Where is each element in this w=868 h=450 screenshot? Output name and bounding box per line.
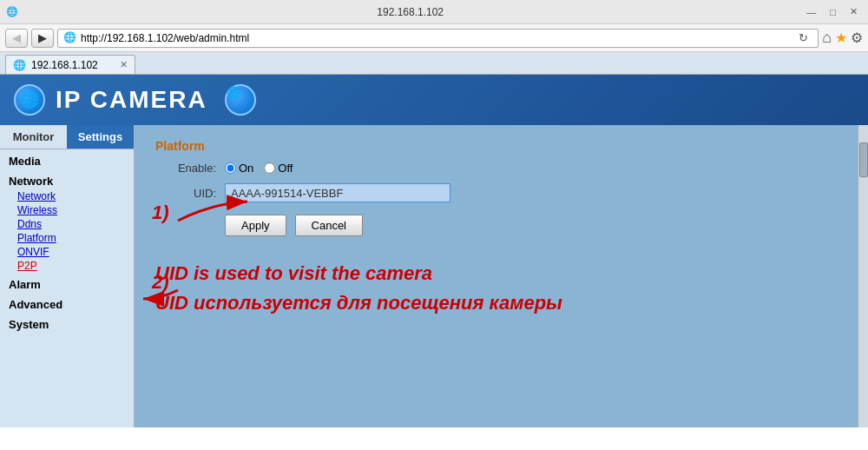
sidebar-link-network[interactable]: Network — [0, 189, 134, 203]
sidebar-item-advanced[interactable]: Advanced — [0, 293, 134, 313]
window-controls: — □ ✕ — [803, 6, 861, 17]
cancel-button[interactable]: Cancel — [295, 215, 363, 236]
settings-icon[interactable]: ⚙ — [851, 30, 863, 46]
tab-settings-label: Settings — [78, 130, 122, 143]
app-title: IP CAMERA — [56, 86, 207, 114]
tab-favicon: 🌐 — [13, 59, 26, 71]
forward-button[interactable]: ▶ — [31, 29, 54, 48]
sidebar-item-media[interactable]: Media — [0, 149, 134, 169]
window-title: 192.168.1.102 — [17, 6, 803, 18]
tab-title: 192.168.1.102 — [31, 59, 98, 71]
radio-on-input[interactable] — [225, 162, 236, 174]
enable-radio-group: On Off — [225, 162, 293, 175]
title-bar: 🌐 192.168.1.102 — □ ✕ — [0, 0, 868, 24]
minimize-button[interactable]: — — [803, 7, 819, 17]
radio-off-input[interactable] — [264, 162, 275, 174]
enable-row: Enable: On Off — [155, 162, 847, 175]
address-input[interactable] — [81, 32, 793, 44]
uid-row: UID: — [155, 183, 847, 202]
tab-monitor-label: Monitor — [13, 130, 55, 143]
title-bar-left: 🌐 — [7, 7, 17, 17]
logo-globe-left: 🌐 — [14, 84, 45, 116]
sidebar-link-ddns[interactable]: Ddns — [0, 217, 134, 231]
favorites-icon[interactable]: ★ — [835, 30, 847, 46]
address-bar[interactable]: 🌐 ↻ — [57, 29, 819, 48]
sidebar-tabs: Monitor Settings — [0, 125, 134, 149]
nav-bar: ◀ ▶ 🌐 ↻ ⌂ ★ ⚙ — [0, 24, 868, 52]
radio-off-label[interactable]: Off — [264, 162, 293, 175]
home-icon[interactable]: ⌂ — [822, 29, 832, 47]
uid-label: UID: — [155, 187, 225, 200]
enable-label: Enable: — [155, 162, 225, 175]
browser-tabs: 🌐 192.168.1.102 ✕ — [0, 52, 868, 75]
app-container: 🌐 IP CAMERA 🌐 Monitor Settings Media Net — [0, 75, 868, 427]
platform-title: Platform — [155, 139, 847, 153]
refresh-button[interactable]: ↻ — [793, 29, 812, 48]
buttons-row: Apply Cancel — [225, 215, 847, 236]
window-icon: 🌐 — [7, 7, 17, 17]
apply-button[interactable]: Apply — [225, 215, 286, 236]
close-button[interactable]: ✕ — [846, 6, 861, 17]
info-line2: UID используется для посещения камеры — [155, 292, 847, 314]
scrollbar[interactable] — [858, 125, 868, 427]
sidebar: Monitor Settings Media Network Network W… — [0, 125, 135, 427]
favicon: 🌐 — [63, 31, 77, 45]
logo-globe-right: 🌐 — [225, 84, 256, 116]
scroll-thumb[interactable] — [859, 142, 868, 177]
sidebar-item-network-header[interactable]: Network — [0, 169, 134, 189]
content-area: Platform Enable: On Off UID: — [135, 125, 868, 427]
uid-input[interactable] — [225, 183, 450, 202]
app-header: 🌐 IP CAMERA 🌐 — [0, 75, 868, 125]
tab-monitor[interactable]: Monitor — [0, 125, 67, 149]
tab-settings[interactable]: Settings — [67, 125, 134, 149]
annotation1-label: 1) — [152, 202, 169, 224]
radio-on-label[interactable]: On — [225, 162, 253, 175]
main-content: Monitor Settings Media Network Network W… — [0, 125, 868, 427]
sidebar-link-p2p[interactable]: P2P — [0, 259, 134, 273]
info-line1: UID is used to visit the camera — [155, 262, 847, 285]
tab-close-icon[interactable]: ✕ — [120, 59, 128, 70]
browser-tab[interactable]: 🌐 192.168.1.102 ✕ — [5, 55, 135, 74]
maximize-button[interactable]: □ — [826, 7, 839, 17]
sidebar-item-system[interactable]: System — [0, 313, 134, 333]
back-button[interactable]: ◀ — [5, 29, 28, 48]
sidebar-item-alarm[interactable]: Alarm — [0, 273, 134, 293]
sidebar-link-onvif[interactable]: ONVIF — [0, 245, 134, 259]
sidebar-link-platform[interactable]: Platform — [0, 231, 134, 245]
info-text: UID is used to visit the camera UID испо… — [155, 262, 847, 314]
sidebar-link-wireless[interactable]: Wireless — [0, 203, 134, 217]
